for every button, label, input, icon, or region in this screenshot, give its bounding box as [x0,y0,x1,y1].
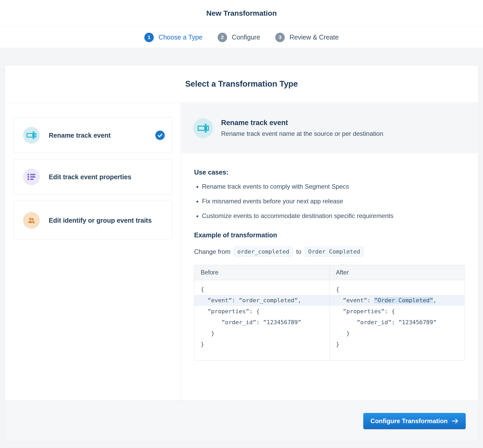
after-code-block: { ”event”: ”Order Completed”, ”propertie… [330,280,465,360]
before-after-table: Before After { ”event”: ”order_completed… [194,265,465,361]
before-code-block: { ”event”: ”order_completed”, ”propertie… [194,280,330,360]
card-title: Select a Transformation Type [185,79,298,89]
option-label: Rename track event [49,130,111,141]
option-label: Edit identify or group event traits [49,215,152,226]
card-footer: Configure Transformation [5,400,478,442]
code-line-event: ”event”: ”order_completed”, [194,295,330,306]
code-line: ”properties”: { [330,306,465,317]
detail-header: Rename track event Rename track event na… [181,103,478,153]
table-header-row: Before After [194,265,464,280]
step-3-number: 3 [275,33,285,42]
code-line: } [194,339,330,350]
code-line: } [330,339,465,350]
after-column-header: After [330,265,465,280]
before-column-header: Before [194,265,330,280]
page-title: New Transformation [206,9,277,18]
check-circle-icon [155,131,165,140]
change-prefix: Change from [194,248,230,255]
step-choose-a-type[interactable]: 1 Choose a Type [144,33,202,42]
button-label: Configure Transformation [370,417,448,425]
page-main: Select a Transformation Type Re [0,65,483,442]
option-edit-identify-group-traits[interactable]: Edit identify or group event traits [13,201,172,240]
code-line-event: ”event”: ”Order Completed”, [330,295,465,306]
rename-cursor-icon [23,127,40,144]
arrow-right-icon [452,418,459,424]
configure-transformation-button[interactable]: Configure Transformation [363,413,466,429]
option-edit-track-event-properties[interactable]: Edit track event properties [13,159,172,195]
step-1-label: Choose a Type [158,33,202,41]
code-chip-from: order_completed [234,247,293,256]
table-body: { ”event”: ”order_completed”, ”propertie… [194,280,464,360]
use-case-item: Fix misnamed events before your next app… [202,198,465,205]
bullet-list-icon [23,169,40,185]
option-rename-track-event[interactable]: Rename track event [13,117,172,153]
detail-title: Rename track event [221,119,383,127]
step-2-label: Configure [232,33,260,41]
card-body: Rename track event [5,103,478,400]
code-chip-to: Order Completed [305,247,364,256]
option-label: Edit track event properties [49,171,131,182]
detail-content: Use cases: Rename track events to comply… [181,153,478,361]
card-header: Select a Transformation Type [5,65,478,103]
use-cases-list: Rename track events to comply with Segme… [194,183,465,220]
transformation-type-list: Rename track event [5,103,181,400]
wizard-steps: 1 Choose a Type 2 Configure 3 Review & C… [0,27,483,48]
step-review-create[interactable]: 3 Review & Create [275,33,339,42]
transformation-type-detail: Rename track event Rename track event na… [181,103,478,400]
code-line: ”order_id”: ”123456789” [194,317,330,328]
code-line: } [194,328,330,339]
select-type-card: Select a Transformation Type Re [5,65,478,442]
step-3-label: Review & Create [289,33,339,41]
use-cases-heading: Use cases: [194,169,465,176]
code-line: } [330,328,465,339]
code-line: ”properties”: { [194,306,330,317]
change-connector: to [296,248,301,255]
rename-cursor-icon [193,118,213,138]
example-heading: Example of transformation [194,231,465,239]
code-line: { [194,284,330,295]
step-1-number: 1 [144,33,154,42]
use-case-item: Rename track events to comply with Segme… [202,183,465,190]
renamed-event-highlight: ”Order Completed” [374,297,433,304]
code-line: { [330,284,465,295]
step-configure[interactable]: 2 Configure [218,33,260,42]
code-line: ”order_id”: ”123456789” [330,317,465,328]
change-example-line: Change from order_completed to Order Com… [194,247,465,256]
topbar: New Transformation [0,0,483,27]
detail-description: Rename track event name at the source or… [221,130,383,137]
use-case-item: Customize events to accommodate destinat… [202,212,465,220]
step-2-number: 2 [218,33,227,42]
people-icon [23,212,40,229]
